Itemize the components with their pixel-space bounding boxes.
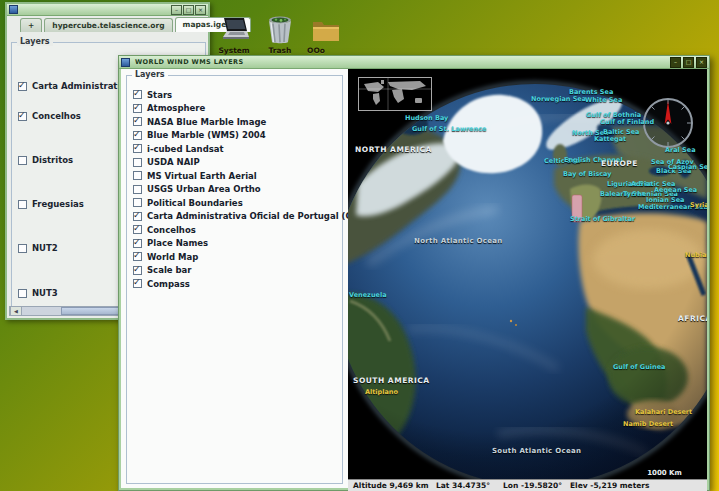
laptop-icon bbox=[218, 15, 250, 45]
unchecked-checkbox[interactable] bbox=[18, 156, 27, 165]
layer-item: Blue Marble (WMS) 2004 bbox=[133, 129, 342, 143]
checked-checkbox[interactable] bbox=[133, 225, 142, 234]
status-bar: Altitude 9,469 kmLat 34.4735°Lon -19.582… bbox=[348, 479, 707, 491]
unchecked-checkbox[interactable] bbox=[133, 158, 142, 167]
layers-panel: Layers StarsAtmosphereNASA Blue Marble I… bbox=[121, 69, 348, 488]
desktop: – □ × +hypercube.telascience.orgmapas.ig… bbox=[0, 0, 719, 491]
maximize-button[interactable]: □ bbox=[183, 5, 194, 15]
checked-checkbox[interactable] bbox=[18, 82, 27, 91]
tab-hypercube-telascience-org[interactable]: hypercube.telascience.org bbox=[44, 18, 172, 32]
layer-label: MS Virtual Earth Aerial bbox=[147, 171, 257, 181]
folder-icon bbox=[310, 15, 342, 45]
worldwind-app-icon bbox=[121, 58, 130, 67]
layer-label: Freguesias bbox=[32, 199, 84, 209]
checked-checkbox[interactable] bbox=[133, 144, 142, 153]
layer-item: Scale bar bbox=[133, 264, 342, 278]
close-button[interactable]: × bbox=[195, 5, 206, 15]
layer-item: Atmosphere bbox=[133, 102, 342, 116]
layer-label: Political Boundaries bbox=[147, 198, 243, 208]
layer-label: Blue Marble (WMS) 2004 bbox=[147, 130, 266, 140]
trash-icon bbox=[266, 15, 294, 45]
unchecked-checkbox[interactable] bbox=[18, 244, 27, 253]
compass-icon[interactable] bbox=[640, 95, 696, 155]
unchecked-checkbox[interactable] bbox=[18, 289, 27, 298]
layer-label: i-cubed Landsat bbox=[147, 144, 224, 154]
layer-label: Distritos bbox=[32, 155, 73, 165]
tab--[interactable]: + bbox=[20, 18, 42, 32]
scale-bar: 1000 Km bbox=[632, 460, 697, 479]
checked-checkbox[interactable] bbox=[133, 252, 142, 261]
checked-checkbox[interactable] bbox=[133, 266, 142, 275]
browser-window-titlebar[interactable]: – □ × bbox=[7, 4, 208, 16]
status-lat: Lat 34.4735° bbox=[436, 481, 490, 490]
layer-item: Compass bbox=[133, 277, 342, 291]
layer-item: World Map bbox=[133, 250, 342, 264]
desktop-icon-label: System bbox=[218, 46, 249, 55]
checked-checkbox[interactable] bbox=[133, 212, 142, 221]
layer-item: Place Names bbox=[133, 237, 342, 251]
layer-item: i-cubed Landsat bbox=[133, 142, 342, 156]
layer-item: USGS Urban Area Ortho bbox=[133, 183, 342, 197]
layer-label: Atmosphere bbox=[147, 103, 205, 113]
checked-checkbox[interactable] bbox=[133, 90, 142, 99]
layer-label: Place Names bbox=[147, 238, 208, 248]
layer-label: NUT2 bbox=[32, 243, 58, 253]
checked-checkbox[interactable] bbox=[133, 104, 142, 113]
checked-checkbox[interactable] bbox=[133, 279, 142, 288]
java-app-icon bbox=[9, 5, 18, 14]
minimize-button[interactable]: – bbox=[670, 57, 681, 68]
unchecked-checkbox[interactable] bbox=[133, 171, 142, 180]
checked-checkbox[interactable] bbox=[18, 112, 27, 121]
layer-item: USDA NAIP bbox=[133, 156, 342, 170]
status-lon: Lon -19.5820° bbox=[503, 481, 562, 490]
layer-item: MS Virtual Earth Aerial bbox=[133, 169, 342, 183]
layer-label: USDA NAIP bbox=[147, 157, 200, 167]
checked-checkbox[interactable] bbox=[133, 239, 142, 248]
status-altitude: Altitude 9,469 km bbox=[353, 481, 429, 490]
layer-label: Concelhos bbox=[32, 111, 81, 121]
layer-item: Carta Administrativa Oficial de Portugal… bbox=[133, 210, 342, 224]
checked-checkbox[interactable] bbox=[133, 131, 142, 140]
layer-label: NUT3 bbox=[32, 288, 58, 298]
layer-item: NASA Blue Marble Image bbox=[133, 115, 342, 129]
world-map-inset[interactable] bbox=[358, 77, 432, 115]
layer-label: Concelhos bbox=[147, 225, 196, 235]
scale-bar-label: 1000 Km bbox=[647, 469, 682, 477]
maximize-button[interactable]: □ bbox=[683, 57, 694, 68]
layer-item: Concelhos bbox=[133, 223, 342, 237]
browser-layers-group-title: Layers bbox=[17, 37, 53, 46]
window-title: WORLD WIND WMS LAYERS bbox=[135, 58, 244, 66]
worldwind-layer-list: StarsAtmosphereNASA Blue Marble ImageBlu… bbox=[133, 88, 342, 291]
layer-label: World Map bbox=[147, 252, 198, 262]
status-elev: Elev -5,219 meters bbox=[570, 481, 649, 490]
checked-checkbox[interactable] bbox=[133, 117, 142, 126]
desktop-icon-label: Trash bbox=[269, 46, 292, 55]
unchecked-checkbox[interactable] bbox=[133, 185, 142, 194]
unchecked-checkbox[interactable] bbox=[18, 200, 27, 209]
worldwind-window[interactable]: WORLD WIND WMS LAYERS – □ × Layers Stars… bbox=[118, 55, 710, 491]
layer-item: Stars bbox=[133, 88, 342, 102]
unchecked-checkbox[interactable] bbox=[133, 198, 142, 207]
layer-label: Stars bbox=[147, 90, 172, 100]
tab-bar: +hypercube.telascience.orgmapas.igeo.pt bbox=[7, 16, 208, 32]
layer-label: Scale bar bbox=[147, 265, 192, 275]
layer-label: NASA Blue Marble Image bbox=[147, 117, 266, 127]
layer-label: Compass bbox=[147, 279, 190, 289]
worldwind-titlebar[interactable]: WORLD WIND WMS LAYERS – □ × bbox=[119, 56, 709, 69]
scroll-left-icon[interactable]: ◀ bbox=[10, 307, 22, 315]
close-button[interactable]: × bbox=[696, 57, 707, 68]
layer-label: USGS Urban Area Ortho bbox=[147, 184, 261, 194]
layer-item: Political Boundaries bbox=[133, 196, 342, 210]
layers-panel-title: Layers bbox=[132, 70, 168, 79]
globe-canvas[interactable]: Hudson BayGulf of St. LawrenceNORTH AMER… bbox=[348, 69, 707, 479]
minimize-button[interactable]: – bbox=[171, 5, 182, 15]
